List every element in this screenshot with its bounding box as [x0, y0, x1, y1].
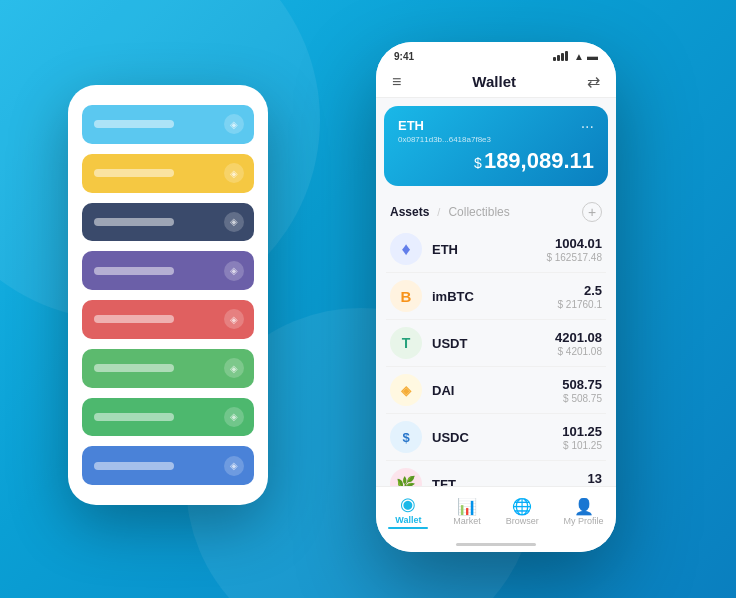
- asset-name-usdc: USDC: [432, 430, 562, 445]
- asset-values-usdt: 4201.08 $ 4201.08: [555, 330, 602, 357]
- wallet-nav-icon: ◉: [400, 493, 416, 515]
- asset-values-imbtc: 2.5 $ 21760.1: [558, 283, 603, 310]
- asset-name-tft: TFT: [432, 477, 588, 487]
- nav-profile[interactable]: 👤 My Profile: [564, 497, 604, 526]
- asset-list: ♦ ETH 1004.01 $ 162517.48 B imBTC 2.5 $ …: [376, 226, 616, 486]
- add-asset-button[interactable]: +: [582, 202, 602, 222]
- status-time: 9:41: [394, 51, 414, 62]
- back-phone: ◈ ◈ ◈ ◈ ◈ ◈ ◈ ◈: [68, 85, 268, 505]
- asset-item-dai[interactable]: ◈ DAI 508.75 $ 508.75: [386, 367, 606, 414]
- asset-values-eth: 1004.01 $ 162517.48: [546, 236, 602, 263]
- nav-browser[interactable]: 🌐 Browser: [506, 497, 539, 526]
- browser-nav-label: Browser: [506, 516, 539, 526]
- tab-assets[interactable]: Assets: [390, 205, 429, 219]
- assets-header: Assets / Collectibles +: [376, 194, 616, 226]
- asset-item-tft[interactable]: 🌿 TFT 13 0: [386, 461, 606, 486]
- asset-name-eth: ETH: [432, 242, 546, 257]
- usdt-icon: T: [390, 327, 422, 359]
- list-item[interactable]: ◈: [82, 349, 254, 388]
- bottom-navigation: ◉ Wallet 📊 Market 🌐 Browser 👤 My Profile: [376, 486, 616, 539]
- list-item[interactable]: ◈: [82, 398, 254, 437]
- balance-address: 0x08711d3b...6418a7f8e3: [398, 135, 491, 144]
- exchange-icon[interactable]: ⇄: [587, 72, 600, 91]
- app-navbar: ≡ Wallet ⇄: [376, 66, 616, 98]
- profile-nav-label: My Profile: [564, 516, 604, 526]
- wallet-nav-label: Wallet: [395, 515, 421, 525]
- tab-collectibles[interactable]: Collectibles: [448, 205, 509, 219]
- eth-icon: ♦: [390, 233, 422, 265]
- market-nav-icon: 📊: [457, 497, 477, 516]
- list-item[interactable]: ◈: [82, 446, 254, 485]
- home-indicator: [376, 539, 616, 552]
- asset-item-usdt[interactable]: T USDT 4201.08 $ 4201.08: [386, 320, 606, 367]
- asset-name-imbtc: imBTC: [432, 289, 558, 304]
- balance-menu-icon[interactable]: ···: [581, 118, 594, 136]
- tft-icon: 🌿: [390, 468, 422, 486]
- list-item[interactable]: ◈: [82, 105, 254, 144]
- balance-amount: $189,089.11: [398, 148, 594, 174]
- asset-item-imbtc[interactable]: B imBTC 2.5 $ 21760.1: [386, 273, 606, 320]
- balance-currency-label: ETH: [398, 118, 491, 133]
- nav-wallet[interactable]: ◉ Wallet: [388, 493, 428, 529]
- profile-nav-icon: 👤: [574, 497, 594, 516]
- imbtc-icon: B: [390, 280, 422, 312]
- balance-header: ETH 0x08711d3b...6418a7f8e3 ···: [398, 118, 594, 144]
- asset-values-tft: 13 0: [588, 471, 602, 487]
- wifi-icon: ▲: [574, 51, 584, 62]
- asset-item-usdc[interactable]: $ USDC 101.25 $ 101.25: [386, 414, 606, 461]
- asset-values-usdc: 101.25 $ 101.25: [562, 424, 602, 451]
- browser-nav-icon: 🌐: [512, 497, 532, 516]
- list-item[interactable]: ◈: [82, 154, 254, 193]
- battery-icon: ▬: [587, 50, 598, 62]
- status-icons: ▲ ▬: [553, 50, 598, 62]
- status-bar: 9:41 ▲ ▬: [376, 42, 616, 66]
- nav-market[interactable]: 📊 Market: [453, 497, 481, 526]
- page-title: Wallet: [472, 73, 516, 90]
- market-nav-label: Market: [453, 516, 481, 526]
- list-item[interactable]: ◈: [82, 251, 254, 290]
- assets-tabs: Assets / Collectibles: [390, 205, 510, 219]
- list-item[interactable]: ◈: [82, 203, 254, 242]
- asset-item-eth[interactable]: ♦ ETH 1004.01 $ 162517.48: [386, 226, 606, 273]
- asset-values-dai: 508.75 $ 508.75: [562, 377, 602, 404]
- list-item[interactable]: ◈: [82, 300, 254, 339]
- usdc-icon: $: [390, 421, 422, 453]
- balance-card: ETH 0x08711d3b...6418a7f8e3 ··· $189,089…: [384, 106, 608, 186]
- asset-name-usdt: USDT: [432, 336, 555, 351]
- asset-name-dai: DAI: [432, 383, 562, 398]
- dai-icon: ◈: [390, 374, 422, 406]
- front-phone: 9:41 ▲ ▬ ≡ Wallet ⇄ ETH 0x08711d3b...641…: [376, 42, 616, 552]
- signal-icon: [553, 51, 568, 61]
- menu-icon[interactable]: ≡: [392, 73, 401, 91]
